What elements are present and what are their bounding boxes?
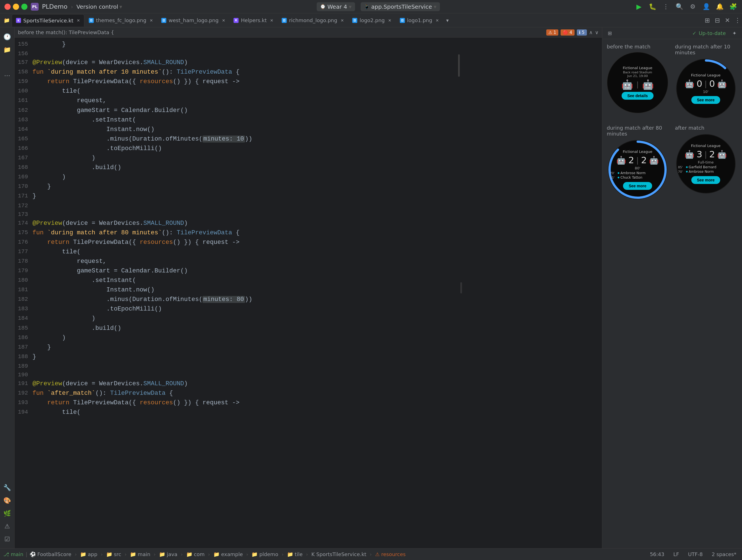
tab-split-button[interactable]: ⊞ <box>703 16 712 25</box>
tab-sports-tile-service[interactable]: K SportsTileService.kt ✕ <box>12 14 84 27</box>
breadcrumb-main[interactable]: 📁 main <box>130 551 150 557</box>
tab-close-all-button[interactable]: ✕ <box>723 16 732 25</box>
statusbar-right: 56:43 LF UTF-8 2 spaces* <box>648 551 739 557</box>
more-tabs-button[interactable]: ▾ <box>443 17 452 23</box>
kotlin-file-icon2: K <box>233 18 238 23</box>
tab-layout-button[interactable]: ⊟ <box>713 16 722 25</box>
sidebar-icon-palette[interactable]: 🎨 <box>1 495 13 506</box>
tab-helpers[interactable]: K Helpers.kt ✕ <box>229 14 277 27</box>
see-details-button[interactable]: See details <box>622 92 653 100</box>
warning-badge[interactable]: ⚠ 1 <box>546 30 559 36</box>
sidebar-icon-tasks[interactable]: ☑ <box>1 533 13 545</box>
tab-close-sports-tile[interactable]: ✕ <box>77 18 80 23</box>
collapse-button[interactable]: ∧ <box>589 30 593 35</box>
more-options-button[interactable]: ⋮ <box>661 2 670 11</box>
drag-handle[interactable] <box>460 282 462 294</box>
breadcrumb-example[interactable]: 📁 example <box>213 551 243 557</box>
search-button[interactable]: 🔍 <box>675 2 684 11</box>
breadcrumb-app[interactable]: 📁 app <box>80 551 97 557</box>
plugins-button[interactable]: 🧩 <box>729 2 738 11</box>
scorers-list-80: 70' Ambrose Norm 55' Chuck Tatton <box>610 171 665 180</box>
tab-close-helpers[interactable]: ✕ <box>270 18 273 23</box>
charset: UTF-8 <box>686 551 705 557</box>
breadcrumb-resources[interactable]: ⚠ resources <box>375 551 406 557</box>
tab-richmond-logo[interactable]: 🖼 richmond_logo.png ✕ <box>278 14 348 27</box>
see-more-button-after[interactable]: See more <box>691 176 720 184</box>
tab-close-richmond[interactable]: ✕ <box>340 18 344 23</box>
see-more-button-10[interactable]: See more <box>691 96 720 104</box>
code-line-187: 187 } <box>14 343 602 352</box>
expand-button[interactable]: ∨ <box>595 30 599 35</box>
sidebar-icon-more[interactable]: ⋯ <box>1 69 13 81</box>
sidebar-icon-project[interactable]: 📁 <box>1 44 13 55</box>
tab-more-options[interactable]: ⋮ <box>733 16 742 25</box>
debug-button[interactable]: 🐛 <box>648 2 657 11</box>
tab-close-themes[interactable]: ✕ <box>150 18 153 23</box>
tab-west-ham-logo[interactable]: 🖼 west_ham_logo.png ✕ <box>157 14 229 27</box>
version-control[interactable]: Version control ▾ <box>76 3 122 10</box>
code-line-189: 189 <box>14 362 602 370</box>
traffic-lights <box>4 4 28 10</box>
run-button[interactable]: ▶ <box>634 2 643 11</box>
breadcrumb-footballscore[interactable]: ⚽ FootballScore <box>30 551 71 557</box>
code-line-194: 194 tile( <box>14 408 602 417</box>
project-tree-button[interactable]: 📁 <box>2 16 11 25</box>
sidebar-icon-recent[interactable]: 🕐 <box>1 31 13 43</box>
device-selector[interactable]: ⌚ Wear 4 ▾ <box>317 2 355 11</box>
png-file-icon5: 🖼 <box>400 18 405 23</box>
code-line-166: 166 .toEpochMilli() <box>14 144 602 153</box>
git-branch[interactable]: ⎇ main <box>3 551 23 557</box>
see-more-button-80[interactable]: See more <box>623 182 652 190</box>
breadcrumb-file[interactable]: K SportsTileService.kt <box>311 551 366 557</box>
statusbar: ⎇ main | ⚽ FootballScore › 📁 app › 📁 src… <box>0 548 742 560</box>
sidebar-icon-git[interactable]: 🌿 <box>1 507 13 519</box>
code-line-190: 190 <box>14 370 602 379</box>
preview-more-icon[interactable]: ✦ <box>730 29 739 38</box>
sidebar-icon-warning[interactable]: ⚠ <box>1 520 13 532</box>
settings-button[interactable]: ⚙ <box>688 2 697 11</box>
android-figures-pre: 🤖 | 🤖 <box>621 79 654 90</box>
tab-themes-fc-logo[interactable]: 🖼 themes_fc_logo.png ✕ <box>85 14 157 27</box>
watch-face-during-10: Fictional League 🤖 0 | 0 🤖 10' See more <box>675 58 737 119</box>
png-file-icon2: 🖼 <box>161 18 166 23</box>
tab-close-logo2[interactable]: ✕ <box>388 18 391 23</box>
png-file-icon: 🖼 <box>89 18 94 23</box>
tab-logo2[interactable]: 🖼 logo2.png ✕ <box>348 14 395 27</box>
notifications-button[interactable]: 🔔 <box>715 2 724 11</box>
code-line-188: 188 } <box>14 352 602 362</box>
close-button[interactable] <box>4 4 11 10</box>
main-content: 🕐 📁 ⋯ 🔧 🎨 🌿 ⚠ ☑ before the match(): Tile… <box>0 28 742 560</box>
maximize-button[interactable] <box>21 4 28 10</box>
breadcrumb-tile[interactable]: 📁 tile <box>287 551 303 557</box>
scorer-row-2: 55' Chuck Tatton <box>610 175 665 180</box>
watch-face-pre-match: Fictional League Back road Stadium Jun 2… <box>607 52 668 113</box>
code-line-181: 181 Instant.now() <box>14 285 602 295</box>
code-line-175: 175 fun `during match after 80 minutes`(… <box>14 228 602 238</box>
tab-close-west-ham[interactable]: ✕ <box>222 18 225 23</box>
editor-scroll[interactable]: 155 } 156 157 @Preview(device = WearDevi… <box>14 38 602 548</box>
breadcrumb-java[interactable]: 📁 java <box>159 551 177 557</box>
breadcrumb-com[interactable]: 📁 com <box>186 551 205 557</box>
preview-label-after-match: after match <box>675 125 738 131</box>
error-badge[interactable]: 🔴 4 <box>561 30 574 36</box>
code-line-172: 172 <box>14 201 602 210</box>
sidebar-left: 🕐 📁 ⋯ 🔧 🎨 🌿 ⚠ ☑ <box>0 28 14 548</box>
code-line-192: 192 fun `after_match`(): TilePreviewData… <box>14 389 602 398</box>
vertical-scrollbar[interactable] <box>458 54 460 77</box>
service-selector[interactable]: 📱 app.SportsTileService ▾ <box>361 2 440 11</box>
preview-card-pre-match: before the match Fictional League Back r… <box>607 44 670 119</box>
minimize-button[interactable] <box>13 4 19 10</box>
sidebar-icon-plugins[interactable]: 🔧 <box>1 481 13 493</box>
tab-close-logo1[interactable]: ✕ <box>436 18 439 23</box>
code-line-156: 156 <box>14 49 602 58</box>
breadcrumb-pldemo[interactable]: 📁 pldemo <box>252 551 278 557</box>
code-line-178: 178 request, <box>14 257 602 266</box>
tab-logo1[interactable]: 🖼 logo1.png ✕ <box>396 14 443 27</box>
account-button[interactable]: 👤 <box>702 2 711 11</box>
sidebar-icon-empty <box>1 57 13 68</box>
watch-face-after-match: Fictional League 🤖 3 | 2 🤖 Full-time <box>675 133 737 195</box>
preview-layout-icon[interactable]: ⊞ <box>605 29 614 38</box>
breadcrumb-src[interactable]: 📁 src <box>106 551 121 557</box>
info-badge[interactable]: ℹ 5 <box>577 30 587 36</box>
code-line-183: 183 .toEpochMilli() <box>14 304 602 314</box>
